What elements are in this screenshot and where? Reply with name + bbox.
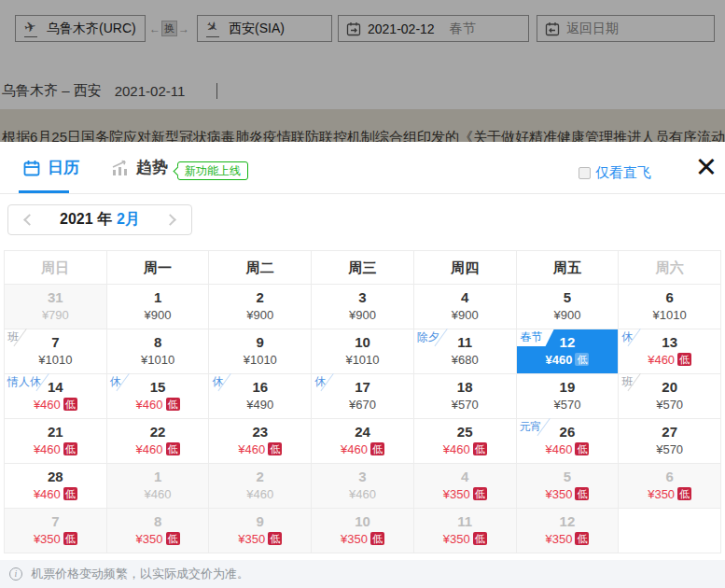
footer-disclaimer: 机票价格变动频繁，以实际成交价为准。 bbox=[31, 566, 249, 582]
calendar-cell[interactable]: 3¥900 bbox=[312, 285, 414, 329]
low-price-chip: 低 bbox=[575, 442, 589, 455]
price: ¥460低 bbox=[517, 353, 619, 368]
calendar-cell[interactable]: 1¥460 bbox=[107, 464, 210, 509]
calendar-cell[interactable]: 23¥460低 bbox=[209, 419, 312, 464]
calendar-cell[interactable]: 19¥570 bbox=[517, 374, 620, 419]
low-price-chip: 低 bbox=[63, 398, 77, 411]
price: ¥460低 bbox=[312, 442, 413, 457]
calendar-cell[interactable]: 8¥1010 bbox=[107, 329, 210, 374]
calendar-cell[interactable]: 5¥900 bbox=[517, 285, 620, 329]
calendar-cell[interactable]: 1¥900 bbox=[107, 285, 210, 329]
day-number: 31 bbox=[5, 289, 106, 306]
price: ¥1010 bbox=[107, 353, 209, 368]
calendar-cell[interactable]: 9¥350低 bbox=[209, 509, 312, 553]
day-number: 6 bbox=[619, 289, 720, 306]
low-price-chip: 低 bbox=[677, 487, 691, 500]
corner-badge: 休 bbox=[209, 374, 225, 389]
prev-month-chevron-icon[interactable] bbox=[23, 214, 35, 226]
calendar-cell[interactable]: 12¥350低 bbox=[517, 509, 620, 553]
price: ¥570 bbox=[619, 398, 720, 413]
price: ¥460低 bbox=[5, 487, 106, 502]
trend-chart-icon bbox=[111, 160, 129, 176]
direct-only-label: 仅看直飞 bbox=[595, 164, 651, 182]
price: ¥460低 bbox=[209, 442, 311, 457]
calendar-cell[interactable]: 24¥460低 bbox=[312, 419, 414, 464]
calendar-cell[interactable]: 8¥350低 bbox=[107, 509, 210, 553]
calendar-cell[interactable]: 班7¥1010 bbox=[5, 329, 107, 374]
calendar-cell bbox=[619, 509, 721, 553]
price: ¥460 bbox=[107, 487, 209, 502]
month-nav-year: 2021 年 bbox=[60, 211, 112, 227]
day-number: 12 bbox=[517, 513, 619, 530]
modal-footer: i 机票价格变动频繁，以实际成交价为准。 bbox=[0, 560, 725, 588]
price: ¥460低 bbox=[5, 398, 106, 413]
tab-calendar[interactable]: 日历 bbox=[23, 157, 79, 178]
day-number: 1 bbox=[107, 289, 209, 306]
low-price-chip: 低 bbox=[473, 442, 487, 455]
calendar-cell[interactable]: 6¥1010 bbox=[619, 285, 721, 329]
calendar-cell[interactable]: 10¥1010 bbox=[312, 329, 414, 374]
tab-trend[interactable]: 趋势 bbox=[111, 157, 168, 178]
calendar-cell[interactable]: 休15¥460低 bbox=[107, 374, 210, 419]
calendar-cell[interactable]: 22¥460低 bbox=[107, 419, 210, 464]
calendar-cell[interactable]: 2¥900 bbox=[209, 285, 312, 329]
day-number: 11 bbox=[414, 513, 516, 530]
calendar-cell[interactable]: 4¥350低 bbox=[414, 464, 517, 509]
price: ¥350低 bbox=[209, 532, 311, 547]
month-navigator: 2021 年2月 bbox=[7, 204, 192, 235]
calendar-cell[interactable]: 休17¥670 bbox=[312, 374, 414, 419]
price: ¥460低 bbox=[517, 442, 619, 457]
calendar-cell[interactable]: 18¥570 bbox=[414, 374, 517, 419]
day-number: 2 bbox=[209, 469, 311, 485]
calendar-cell[interactable]: 除夕11¥680 bbox=[414, 329, 517, 374]
price: ¥680 bbox=[414, 353, 516, 368]
day-number: 28 bbox=[5, 469, 106, 485]
calendar-cell[interactable]: 7¥350低 bbox=[5, 509, 107, 553]
weekday-header: 周五 bbox=[517, 251, 620, 285]
price: ¥1010 bbox=[619, 308, 720, 323]
direct-only-toggle[interactable]: 仅看直飞 bbox=[579, 164, 651, 182]
corner-badge: 情人休 bbox=[5, 374, 43, 389]
calendar-cell[interactable]: 元宵26¥460低 bbox=[517, 419, 620, 464]
new-feature-badge: 新功能上线 bbox=[177, 161, 248, 180]
calendar-cell[interactable]: 春节12¥460低 bbox=[517, 329, 620, 374]
calendar-cell[interactable]: 21¥460低 bbox=[5, 419, 107, 464]
calendar-cell[interactable]: 班20¥570 bbox=[619, 374, 721, 419]
calendar-cell[interactable]: 25¥460低 bbox=[414, 419, 517, 464]
calendar-cell[interactable]: 2¥460 bbox=[209, 464, 312, 509]
low-price-chip: 低 bbox=[166, 442, 180, 455]
calendar-cell[interactable]: 11¥350低 bbox=[414, 509, 517, 553]
calendar-cell[interactable]: 休13¥460低 bbox=[619, 329, 721, 374]
calendar-grid: 周日周一周二周三周四周五周六31¥7901¥9002¥9003¥9004¥900… bbox=[4, 250, 721, 553]
corner-badge: 除夕 bbox=[414, 329, 441, 344]
day-number: 6 bbox=[619, 469, 720, 485]
calendar-cell[interactable]: 4¥900 bbox=[414, 285, 517, 329]
next-month-chevron-icon[interactable] bbox=[164, 214, 176, 226]
calendar-cell[interactable]: 31¥790 bbox=[5, 285, 107, 329]
calendar-cell[interactable]: 情人休14¥460低 bbox=[5, 374, 107, 419]
price: ¥460低 bbox=[107, 398, 209, 413]
calendar-cell[interactable]: 27¥570 bbox=[619, 419, 721, 464]
calendar-cell[interactable]: 休16¥490 bbox=[209, 374, 312, 419]
calendar-cell[interactable]: 10¥350低 bbox=[312, 509, 414, 553]
day-number: 18 bbox=[414, 379, 516, 396]
calendar-cell[interactable]: 5¥350低 bbox=[517, 464, 620, 509]
modal-overlay bbox=[0, 0, 725, 142]
weekday-header: 周六 bbox=[619, 251, 721, 285]
price: ¥460低 bbox=[5, 442, 106, 457]
low-price-calendar-modal: 日历 趋势 新功能上线 仅看直飞 ✕ 2021 年2月 周日周一周二周三周四周五… bbox=[0, 142, 725, 588]
low-price-chip: 低 bbox=[677, 353, 691, 366]
corner-badge: 班 bbox=[619, 374, 634, 389]
close-icon[interactable]: ✕ bbox=[691, 151, 721, 183]
calendar-cell[interactable]: 9¥1010 bbox=[209, 329, 312, 374]
direct-only-checkbox[interactable] bbox=[579, 167, 591, 179]
price: ¥1010 bbox=[312, 353, 413, 368]
price: ¥460低 bbox=[414, 442, 516, 457]
modal-tabbar: 日历 趋势 新功能上线 仅看直飞 ✕ bbox=[0, 142, 725, 194]
calendar-cell[interactable]: 28¥460低 bbox=[5, 464, 107, 509]
tab-calendar-label: 日历 bbox=[48, 157, 79, 178]
day-number: 23 bbox=[209, 424, 311, 441]
calendar-cell[interactable]: 6¥350低 bbox=[619, 464, 721, 509]
calendar-cell[interactable]: 3¥460 bbox=[312, 464, 414, 509]
day-number: 7 bbox=[5, 513, 106, 530]
